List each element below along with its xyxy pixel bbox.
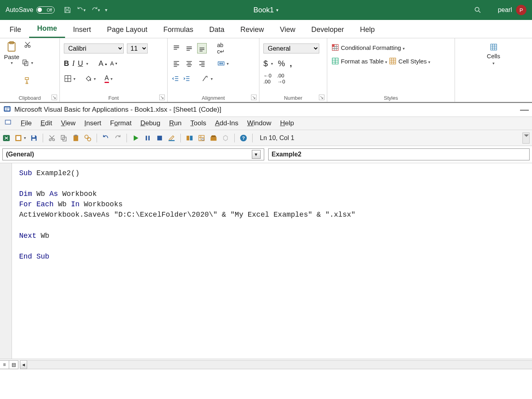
dialog-launcher-icon[interactable]: ↘ (51, 95, 57, 100)
tab-home[interactable]: Home (29, 21, 65, 38)
tab-view[interactable]: View (272, 22, 303, 38)
vba-menu-run[interactable]: Run (169, 119, 182, 127)
minimize-icon[interactable]: — (520, 108, 529, 112)
full-module-view-icon[interactable]: ▤ (9, 360, 18, 369)
vba-menu-format[interactable]: Format (110, 119, 132, 127)
wrap-text-icon[interactable]: abc↵ (217, 42, 225, 55)
svg-rect-13 (490, 44, 496, 50)
bold-button[interactable]: B (64, 59, 69, 68)
dialog-launcher-icon[interactable]: ↘ (319, 95, 324, 100)
vba-menu-add-ins[interactable]: Add-Ins (215, 119, 239, 127)
increase-decimal-icon[interactable]: ←0.00 (263, 73, 271, 85)
increase-font-icon[interactable]: A▴ (99, 59, 107, 68)
undo-icon[interactable]: ▾ (76, 6, 86, 14)
cells-button[interactable]: Cells ▾ (459, 43, 528, 65)
decrease-decimal-icon[interactable]: .00→0 (277, 73, 285, 85)
procedure-view-icon[interactable]: ≡ (0, 360, 9, 369)
vba-menu-edit[interactable]: Edit (40, 119, 52, 127)
font-name-select[interactable]: Calibri (64, 43, 124, 53)
tab-file[interactable]: File (2, 22, 29, 38)
decrease-font-icon[interactable]: A▾ (110, 60, 117, 67)
toolbar-overflow-icon[interactable] (522, 132, 530, 144)
vba-menu-debug[interactable]: Debug (140, 119, 160, 127)
tab-help[interactable]: Help (352, 22, 383, 38)
align-bottom-icon[interactable] (197, 43, 207, 53)
vba-system-icon[interactable] (4, 119, 12, 128)
align-middle-icon[interactable] (184, 44, 194, 52)
italic-button[interactable]: I (72, 59, 75, 68)
font-size-select[interactable]: 11 (127, 43, 148, 53)
dialog-launcher-icon[interactable]: ↘ (251, 95, 257, 100)
object-dropdown[interactable]: (General)▼ (2, 148, 264, 160)
margin-indicator-bar[interactable] (0, 163, 12, 359)
design-mode-icon[interactable] (168, 134, 176, 142)
increase-indent-icon[interactable] (183, 75, 191, 83)
tab-developer[interactable]: Developer (303, 22, 352, 38)
code-editor[interactable]: Sub Example2() Dim Wb As WorkbookFor Eac… (12, 163, 532, 359)
undo-icon[interactable] (102, 134, 110, 142)
autosave-toggle[interactable]: AutoSave Off (6, 6, 55, 14)
decrease-indent-icon[interactable] (172, 75, 180, 83)
format-as-table-button[interactable]: Format as Table ▾ (331, 54, 387, 68)
vba-menu-view[interactable]: View (61, 119, 76, 127)
redo-icon[interactable]: ▾ (91, 6, 100, 14)
help-icon[interactable]: ? (239, 134, 247, 142)
conditional-formatting-button[interactable]: Conditional Formatting ▾ (331, 41, 405, 54)
tab-page-layout[interactable]: Page Layout (99, 22, 155, 38)
format-painter-icon[interactable] (22, 77, 33, 85)
cut-icon[interactable] (48, 134, 56, 142)
procedure-dropdown[interactable]: Example2 (268, 148, 530, 160)
align-right-icon[interactable] (197, 59, 207, 67)
toolbox-icon[interactable] (222, 134, 229, 142)
paste-button[interactable]: Paste ▾ (4, 41, 19, 85)
view-excel-icon[interactable] (2, 134, 10, 142)
tab-formulas[interactable]: Formulas (155, 22, 201, 38)
tab-data[interactable]: Data (201, 22, 232, 38)
find-icon[interactable] (84, 134, 92, 142)
cell-styles-button[interactable]: Cell Styles ▾ (389, 54, 430, 68)
dialog-launcher-icon[interactable]: ↘ (159, 95, 165, 100)
tab-review[interactable]: Review (232, 22, 272, 38)
comma-style-icon[interactable]: , (290, 59, 292, 68)
vba-menu-insert[interactable]: Insert (84, 119, 101, 127)
redo-icon[interactable] (114, 134, 122, 142)
underline-button[interactable]: U (78, 59, 83, 68)
run-icon[interactable] (132, 134, 140, 142)
save-icon[interactable] (63, 6, 71, 14)
fill-color-icon[interactable]: ▾ (84, 75, 96, 83)
align-top-icon[interactable] (172, 44, 181, 52)
project-explorer-icon[interactable] (186, 134, 194, 142)
search-icon[interactable] (474, 6, 482, 14)
properties-icon[interactable] (198, 134, 206, 142)
borders-icon[interactable]: ▾ (64, 75, 75, 83)
vba-menu-tools[interactable]: Tools (190, 119, 206, 127)
workbook-name[interactable]: Book1▾ (253, 6, 279, 14)
code-pane: Sub Example2() Dim Wb As WorkbookFor Eac… (0, 163, 532, 359)
autosave-switch[interactable]: Off (36, 6, 55, 14)
merge-center-icon[interactable]: ▾ (217, 59, 229, 67)
qat-customize-icon[interactable]: ▾ (105, 7, 107, 13)
scroll-left-icon[interactable]: ◄ (20, 360, 27, 369)
save-icon[interactable] (30, 134, 38, 142)
horizontal-scrollbar[interactable] (27, 360, 532, 369)
percent-icon[interactable]: % (278, 59, 285, 68)
font-color-icon[interactable]: A▾ (105, 75, 113, 83)
currency-icon[interactable]: $▾ (263, 59, 273, 68)
vba-menu-help[interactable]: Help (280, 119, 294, 127)
align-left-icon[interactable] (172, 59, 181, 67)
object-browser-icon[interactable] (210, 134, 218, 142)
tab-insert[interactable]: Insert (65, 22, 99, 38)
break-icon[interactable] (144, 134, 152, 142)
copy-icon[interactable]: ▾ (22, 59, 33, 67)
vba-menu-file[interactable]: File (21, 119, 32, 127)
copy-icon[interactable] (60, 134, 68, 142)
orientation-icon[interactable]: ▾ (201, 75, 213, 83)
number-format-select[interactable]: General (263, 43, 319, 53)
cut-icon[interactable] (22, 41, 33, 49)
vba-menu-window[interactable]: Window (247, 119, 271, 127)
insert-module-icon[interactable]: ▾ (14, 134, 26, 142)
account-button[interactable]: pearl P (498, 5, 526, 15)
align-center-icon[interactable] (184, 59, 194, 67)
reset-icon[interactable] (156, 134, 164, 142)
paste-icon[interactable] (72, 134, 80, 142)
